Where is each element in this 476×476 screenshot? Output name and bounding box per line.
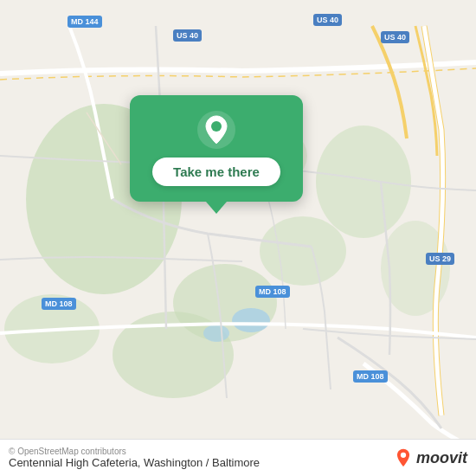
highway-label-md108-mid: MD 108: [255, 286, 290, 298]
svg-point-2: [260, 216, 346, 286]
highway-label-md108-left: MD 108: [42, 298, 76, 310]
svg-point-4: [316, 125, 411, 238]
highway-label-md144: MD 144: [68, 16, 102, 28]
moovit-pin-icon: [394, 448, 413, 467]
popup-card: Take me there: [130, 95, 303, 202]
take-me-there-button[interactable]: Take me there: [152, 158, 280, 186]
map-container: MD 144 US 40 US 40 US 40 MD 108 MD 108 M…: [0, 0, 476, 476]
moovit-text: moovit: [416, 449, 467, 467]
highway-label-md108-right: MD 108: [353, 370, 388, 383]
copyright-text: © OpenStreetMap contributors: [9, 447, 260, 456]
highway-label-us40-far: US 40: [381, 31, 409, 43]
map-svg: [0, 0, 476, 476]
location-name: Centennial High Cafeteria, Washington / …: [9, 456, 260, 469]
map-pin-icon: [196, 109, 237, 151]
svg-point-12: [401, 453, 406, 458]
svg-point-11: [211, 121, 222, 132]
bottom-bar-left: © OpenStreetMap contributors Centennial …: [9, 447, 260, 469]
svg-point-9: [203, 325, 229, 342]
svg-point-8: [232, 308, 270, 332]
highway-label-us40-right: US 40: [313, 14, 342, 26]
moovit-logo: moovit: [394, 448, 467, 467]
highway-label-us40-left: US 40: [173, 29, 202, 42]
highway-label-us29: US 29: [426, 253, 454, 265]
bottom-bar: © OpenStreetMap contributors Centennial …: [0, 439, 476, 476]
